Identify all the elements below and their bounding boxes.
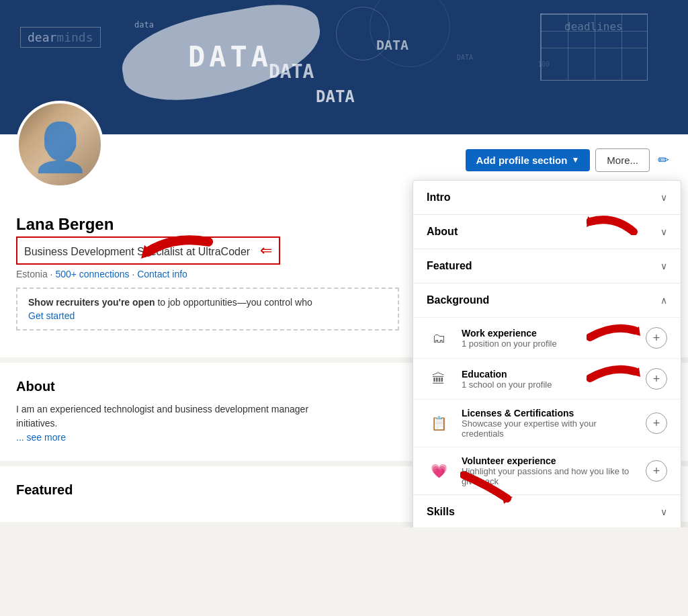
about-chevron-icon: ∨ xyxy=(660,226,667,237)
open-to-work-box: Show recruiters you're open to job oppor… xyxy=(16,288,399,331)
dropdown-skills-section: Skills ∨ xyxy=(413,495,681,527)
licenses-title: Licenses & Certifications xyxy=(462,408,635,419)
dropdown-intro-section: Intro ∨ xyxy=(413,181,681,215)
licenses-desc: Showcase your expertise with your creden… xyxy=(462,419,635,439)
work-experience-icon: 🗂 xyxy=(427,326,451,350)
background-chevron-icon: ∧ xyxy=(660,295,667,306)
open-to-work-text: Show recruiters you're open to job oppor… xyxy=(28,297,387,308)
add-licenses-button[interactable]: + xyxy=(646,412,667,434)
dropdown-featured-header[interactable]: Featured ∨ xyxy=(413,249,681,283)
add-profile-section-button[interactable]: Add profile section ▼ xyxy=(466,149,591,171)
dropdown-skills-header[interactable]: Skills ∨ xyxy=(413,495,681,527)
location: Estonia xyxy=(16,269,48,279)
dropdown-intro-title: Intro xyxy=(427,191,451,204)
add-volunteer-button[interactable]: + xyxy=(646,460,667,482)
more-button[interactable]: More... xyxy=(595,148,650,172)
avatar-arrow xyxy=(134,228,215,271)
open-to-work-normal: to job opportunities—you control who xyxy=(157,297,312,308)
about-annotation-arrow xyxy=(587,208,640,235)
dropdown-background-section: Background ∧ 🗂 Work experience 1 positio… xyxy=(413,283,681,495)
licenses-subsection: 📋 Licenses & Certifications Showcase you… xyxy=(413,399,681,447)
more-label: More... xyxy=(607,155,638,166)
licenses-icon: 📋 xyxy=(427,411,451,435)
dropdown-about-section: About ∨ xyxy=(413,215,681,249)
profile-top-actions: Add profile section ▼ More... ✏ xyxy=(16,134,672,175)
volunteer-icon: 💗 xyxy=(427,459,451,483)
work-exp-arrow xyxy=(587,317,640,344)
education-arrow xyxy=(587,358,640,385)
education-icon: 🏛 xyxy=(427,367,451,391)
dropdown-background-header[interactable]: Background ∧ xyxy=(413,283,681,317)
headline-arrow: ⇐ xyxy=(260,242,272,259)
page-wrapper: dearminds DATA data DATA DATA DATA deadl… xyxy=(0,0,688,522)
add-profile-section-label: Add profile section xyxy=(476,155,568,166)
skills-annotation-arrow xyxy=(460,472,514,505)
dropdown-background-title: Background xyxy=(427,294,489,306)
licenses-text: Licenses & Certifications Showcase your … xyxy=(462,408,635,439)
volunteer-subsection: 💗 Volunteer experience Highlight your pa… xyxy=(413,447,681,494)
pencil-icon: ✏ xyxy=(658,152,669,167)
dropdown-featured-title: Featured xyxy=(427,260,472,272)
dropdown-about-header[interactable]: About ∨ xyxy=(413,215,681,249)
dropdown-intro-header[interactable]: Intro ∨ xyxy=(413,181,681,214)
dropdown-chevron-icon: ▼ xyxy=(571,155,579,165)
dropdown-about-title: About xyxy=(427,226,458,238)
add-education-button[interactable]: + xyxy=(646,368,667,390)
edit-pencil-button[interactable]: ✏ xyxy=(655,149,672,171)
skills-chevron-icon: ∨ xyxy=(660,507,667,517)
avatar-container xyxy=(16,101,103,188)
get-started-link[interactable]: Get started xyxy=(28,310,387,321)
volunteer-title: Volunteer experience xyxy=(462,455,635,466)
open-to-work-bold: Show recruiters you're open xyxy=(28,297,155,308)
avatar xyxy=(16,101,103,188)
add-work-experience-button[interactable]: + xyxy=(646,327,667,349)
intro-chevron-icon: ∨ xyxy=(660,192,667,203)
dropdown-featured-section: Featured ∨ xyxy=(413,249,681,283)
see-more-link[interactable]: ... see more xyxy=(16,432,66,443)
education-subsection: 🏛 Education 1 school on your profile + xyxy=(413,358,681,399)
connections-count: 500+ connections xyxy=(55,269,129,279)
work-experience-subsection: 🗂 Work experience 1 position on your pro… xyxy=(413,317,681,358)
dropdown-skills-title: Skills xyxy=(427,506,455,518)
get-started-label: Get started xyxy=(28,310,75,321)
add-profile-dropdown: Intro ∨ About ∨ Featured ∨ xyxy=(413,180,681,527)
connections-link[interactable]: 500+ connections xyxy=(55,269,132,279)
featured-chevron-icon: ∨ xyxy=(660,261,667,271)
